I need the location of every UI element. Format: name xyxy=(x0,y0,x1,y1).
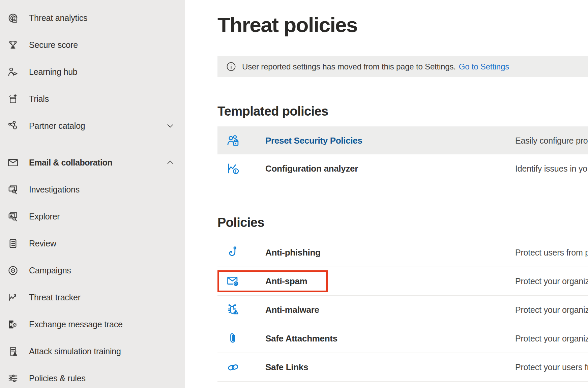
secure-score-icon xyxy=(6,38,20,52)
sidebar-item-label: Learning hub xyxy=(29,67,78,77)
policy-row-label: Configuration analyzer xyxy=(265,163,358,174)
policy-row-description: Protect users from p xyxy=(515,248,588,258)
sidebar-divider xyxy=(6,144,174,144)
info-icon xyxy=(226,61,236,72)
sidebar-item-label: Email & collaboration xyxy=(29,158,112,168)
sidebar-item-campaigns[interactable]: Campaigns xyxy=(0,257,185,284)
chevron-up-icon[interactable] xyxy=(166,158,175,167)
policy-row-label: Safe Links xyxy=(265,362,308,372)
configuration-analyzer-icon xyxy=(226,161,240,176)
anti-spam-icon xyxy=(226,274,240,288)
policy-row-anti-malware[interactable]: Anti-malwareProtect your organiz xyxy=(217,296,588,324)
policy-row-safe-links[interactable]: Safe LinksProtect your users fr xyxy=(217,353,588,382)
policy-row-description: Easily configure prot xyxy=(515,136,588,145)
investigations-icon xyxy=(6,183,20,196)
sidebar-item-exchange-message-trace[interactable]: EExchange message trace xyxy=(0,311,185,338)
sidebar-item-email-collaboration[interactable]: Email & collaboration xyxy=(0,149,185,176)
sidebar-item-policies-rules[interactable]: Policies & rules xyxy=(0,365,185,388)
policy-row-description: Identify issues in you xyxy=(515,164,588,174)
sidebar-item-label: Investigations xyxy=(29,185,80,195)
policy-row-description: Protect your organiz xyxy=(515,276,588,286)
learning-hub-icon xyxy=(6,65,20,79)
sidebar-item-label: Trials xyxy=(29,94,49,104)
sidebar-item-label: Threat analytics xyxy=(29,13,87,23)
preset-security-policies-icon xyxy=(226,133,240,148)
threat-analytics-icon xyxy=(6,11,20,25)
sidebar-item-trials[interactable]: Trials xyxy=(0,85,185,112)
attack-simulation-training-icon xyxy=(6,345,20,358)
section-heading: Policies xyxy=(217,215,588,230)
sidebar-item-label: Secure score xyxy=(29,40,78,50)
policy-row-label: Anti-phishing xyxy=(265,247,321,258)
safe-attachments-icon xyxy=(226,331,240,346)
trials-icon xyxy=(6,92,20,106)
policy-row-description: Protect your organiz xyxy=(515,334,588,344)
policy-row-preset-security-policies[interactable]: Preset Security PoliciesEasily configure… xyxy=(217,126,588,154)
policy-row-label: Anti-spam xyxy=(265,276,307,287)
sidebar-item-label: Policies & rules xyxy=(29,374,86,383)
templated-policies-section: Templated policies Preset Security Polic… xyxy=(217,104,588,183)
sidebar-item-threat-analytics[interactable]: Threat analytics xyxy=(0,4,185,31)
banner-text: User reported settings has moved from th… xyxy=(242,62,456,71)
threat-tracker-icon xyxy=(6,291,20,304)
explorer-icon xyxy=(6,210,20,223)
go-to-settings-link[interactable]: Go to Settings xyxy=(459,62,509,71)
sidebar-item-label: Exchange message trace xyxy=(29,320,123,329)
policy-row-configuration-analyzer[interactable]: Configuration analyzerIdentify issues in… xyxy=(217,154,588,183)
sidebar-item-threat-tracker[interactable]: Threat tracker xyxy=(0,284,185,311)
policies-section: Policies Anti-phishingProtect users from… xyxy=(217,215,588,382)
page-title: Threat policies xyxy=(217,13,357,36)
review-icon xyxy=(6,237,20,250)
policy-row-safe-attachments[interactable]: Safe AttachmentsProtect your organiz xyxy=(217,324,588,353)
sidebar-item-label: Threat tracker xyxy=(29,293,81,302)
policies-rows: Anti-phishingProtect users from pAnti-sp… xyxy=(217,238,588,382)
policy-row-label: Safe Attachments xyxy=(265,333,337,344)
anti-malware-icon xyxy=(226,303,240,317)
sidebar-item-investigations[interactable]: Investigations xyxy=(0,176,185,203)
policies-rules-icon xyxy=(6,371,20,385)
info-banner: User reported settings has moved from th… xyxy=(217,56,588,77)
sidebar-item-label: Explorer xyxy=(29,212,60,221)
sidebar-item-learning-hub[interactable]: Learning hub xyxy=(0,58,185,85)
section-heading: Templated policies xyxy=(217,104,588,119)
exchange-message-trace-icon: E xyxy=(6,318,20,331)
templated-policies-rows: Preset Security PoliciesEasily configure… xyxy=(217,126,588,183)
policy-row-label: Anti-malware xyxy=(265,305,319,315)
policy-row-anti-phishing[interactable]: Anti-phishingProtect users from p xyxy=(217,238,588,267)
sidebar-item-attack-simulation-training[interactable]: Attack simulation training xyxy=(0,338,185,365)
chevron-down-icon[interactable] xyxy=(166,121,175,130)
main-content: Threat policies User reported settings h… xyxy=(185,0,588,388)
policy-row-description: Protect your users fr xyxy=(515,362,588,372)
sidebar-item-label: Campaigns xyxy=(29,266,71,275)
anti-phishing-icon xyxy=(226,245,240,260)
policy-row-description: Protect your organiz xyxy=(515,305,588,315)
email-collaboration-icon xyxy=(6,156,20,169)
policy-row-anti-spam[interactable]: Anti-spamProtect your organiz xyxy=(217,267,588,296)
sidebar-item-label: Attack simulation training xyxy=(29,347,121,356)
sidebar-item-partner-catalog[interactable]: Partner catalog xyxy=(0,112,185,139)
sidebar-item-label: Partner catalog xyxy=(29,121,85,131)
sidebar-nav: Threat analyticsSecure scoreLearning hub… xyxy=(0,0,185,388)
sidebar-item-review[interactable]: Review xyxy=(0,230,185,257)
campaigns-icon xyxy=(6,264,20,277)
partner-catalog-icon xyxy=(6,119,20,132)
sidebar-item-label: Review xyxy=(29,239,56,248)
safe-links-icon xyxy=(226,360,240,374)
policy-row-label: Preset Security Policies xyxy=(265,135,362,146)
sidebar-item-explorer[interactable]: Explorer xyxy=(0,203,185,230)
sidebar-item-secure-score[interactable]: Secure score xyxy=(0,31,185,58)
